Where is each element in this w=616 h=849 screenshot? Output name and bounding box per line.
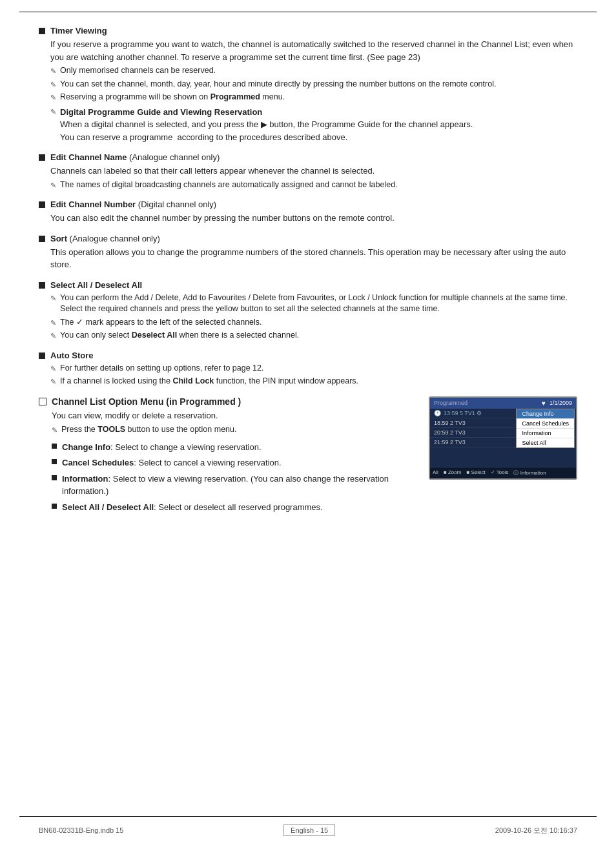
page-container: Timer Viewing If you reserve a programme… [0,0,616,564]
note-icon-as1: ✎ [50,376,56,387]
tv-screen-image: Programmed ♥ 1/1/2009 🕐 13:59 5 TV1 ⚙ [429,396,577,480]
section-sort: Sort (Analogue channel only) This operat… [39,234,577,271]
tv-row-3-text: 21:59 2 TV3 [434,439,466,445]
note-icon-ecn: ✎ [50,180,56,191]
ctx-item-2: Information [517,428,574,438]
tv-row-2-text: 20:59 2 TV3 [434,429,466,436]
note-icon-sub: ✎ [50,107,56,118]
tv-bar-select: ■ Select [466,469,485,476]
bullet-cl-1 [52,459,57,464]
note-text-as0: For further details on setting up option… [60,363,263,374]
tv-bar-zoom: ■ Zoom [444,469,462,476]
note-select-all-2: ✎ You can only select Deselect All when … [50,330,577,342]
section-timer-viewing: Timer Viewing If you reserve a programme… [39,26,577,143]
tv-bar-all: All [433,469,438,476]
cl-label-3: Select All / Deselect All: Select or des… [62,501,323,514]
tv-content-area: 🕐 13:59 5 TV1 ⚙ Change Info Cancel Sched… [430,409,576,467]
note-text-as1: If a channel is locked using the Child L… [60,376,358,387]
bullet-edit-channel-name [39,154,45,161]
bullet-cl-3 [52,504,57,509]
section-channel-list: Channel List Option Menu (in Programmed … [39,396,577,517]
page-footer: BN68-02331B-Eng.indb 15 English - 15 200… [0,824,616,836]
tv-row-1-text: 18:59 2 TV3 [434,420,466,426]
note-text-sa0: You can perform the Add / Delete, Add to… [60,292,577,315]
cl-item-2: Information: Select to view a viewing re… [52,473,416,498]
note-select-all-1: ✎ The ✓ mark appears to the left of the … [50,317,577,329]
note-select-all-0: ✎ You can perform the Add / Delete, Add … [50,292,577,315]
tv-clock-icon: 🕐 [434,410,441,416]
note-icon-1: ✎ [50,79,56,90]
title-auto-store: Auto Store [50,351,93,360]
note-timer-viewing-2: ✎ Reserving a programme will be shown on… [50,92,577,103]
title-edit-channel-number: Edit Channel Number (Digital channel onl… [50,199,216,209]
title-channel-list: Channel List Option Menu (in Programmed … [52,396,241,407]
note-icon-sa0: ✎ [50,293,56,304]
tv-row-header: 13:59 5 TV1 ⚙ [444,410,482,416]
tv-bottom-bar: All ■ Zoom ■ Select ✓ Tools ⓘ Informatio… [430,467,576,478]
tv-programmed-label: Programmed [434,400,467,406]
context-menu: Change Info Cancel Schedules Information… [516,409,575,448]
ctx-item-1: Cancel Schedules [517,418,574,428]
tv-heart-icon: ♥ [542,400,546,407]
bullet-edit-channel-number [39,201,45,208]
note-text-1: You can set the channel, month, day, yea… [60,79,496,90]
cl-label-1: Cancel Schedules: Select to cancel a vie… [62,456,282,469]
channel-list-text: Channel List Option Menu (in Programmed … [39,396,416,517]
body-edit-channel-name: Channels can labeled so that their call … [50,165,577,178]
section-edit-channel-number: Edit Channel Number (Digital channel onl… [39,199,577,225]
footer-left: BN68-02331B-Eng.indb 15 [39,826,123,834]
cl-item-3: Select All / Deselect All: Select or des… [52,501,416,514]
body-channel-list: You can view, modify or delete a reserva… [52,409,416,422]
section-auto-store: Auto Store ✎ For further details on sett… [39,351,577,387]
tv-bar-info: ⓘ Information [513,469,546,476]
note-icon-2: ✎ [50,92,56,103]
title-edit-channel-name: Edit Channel Name (Analogue channel only… [50,152,220,162]
channel-list-header: Channel List Option Menu (in Programmed … [39,396,416,407]
channel-list-items: Change Info: Select to change a viewing … [52,441,416,514]
cl-label-2: Information: Select to view a viewing re… [62,473,416,498]
note-icon-cl: ✎ [52,425,57,436]
note-auto-store-0: ✎ For further details on setting up opti… [50,363,577,374]
tv-bar-tools: ✓ Tools [491,469,509,476]
ctx-item-3: Select All [517,438,574,447]
page-number: English - 15 [291,826,328,834]
note-edit-channel-name-0: ✎ The names of digital broadcasting chan… [50,179,577,191]
body-edit-channel-number: You can also edit the channel number by … [50,212,577,225]
ctx-item-0: Change Info [517,409,574,418]
title-timer-viewing: Timer Viewing [50,26,107,36]
note-text-sa2: You can only select Deselect All when th… [60,330,299,342]
body-sort: This operation allows you to change the … [50,246,577,271]
tv-spacer [430,447,576,460]
note-text-cl: Press the TOOLS button to use the option… [61,424,236,436]
bullet-select-all [39,282,45,289]
note-timer-viewing-0: ✎ Only memorised channels can be reserve… [50,65,577,77]
note-icon-sa2: ✎ [50,331,56,342]
title-select-all: Select All / Deselect All [50,280,142,290]
sub-body-digital: When a digital channel is selected, and … [60,118,473,131]
cl-item-1: Cancel Schedules: Select to cancel a vie… [52,456,416,469]
note-text-0: Only memorised channels can be reserved. [60,65,216,77]
cl-item-0: Change Info: Select to change a viewing … [52,441,416,454]
bullet-sort [39,236,45,242]
note-text-ecn: The names of digital broadcasting channe… [60,179,398,191]
note-timer-viewing-1: ✎ You can set the channel, month, day, y… [50,79,577,90]
bullet-cl-0 [52,444,57,449]
note-channel-list: ✎ Press the TOOLS button to use the opti… [52,424,416,436]
bullet-auto-store [39,353,45,359]
note-icon-sa1: ✎ [50,318,56,329]
sub-section-digital-guide: ✎ Digital Programme Guide and Viewing Re… [50,106,577,144]
title-sort: Sort (Analogue channel only) [50,234,160,243]
tv-date: 1/1/2009 [549,400,572,406]
border-bottom [19,816,597,817]
note-text-sa1: The ✓ mark appears to the left of the se… [60,317,262,329]
bullet-cl-2 [52,475,57,480]
cl-label-0: Change Info: Select to change a viewing … [62,441,262,454]
note-text-2: Reserving a programme will be shown on P… [60,92,285,103]
footer-right: 2009-10-26 오전 10:16:37 [495,826,577,835]
page-number-box: English - 15 [283,824,335,836]
tv-screen: Programmed ♥ 1/1/2009 🕐 13:59 5 TV1 ⚙ [429,396,577,480]
section-edit-channel-name: Edit Channel Name (Analogue channel only… [39,152,577,190]
checkbox-channel-list [39,398,46,405]
sub-body-digital-2: You can reserve a programme according to… [60,131,473,144]
note-icon-as0: ✎ [50,363,56,374]
